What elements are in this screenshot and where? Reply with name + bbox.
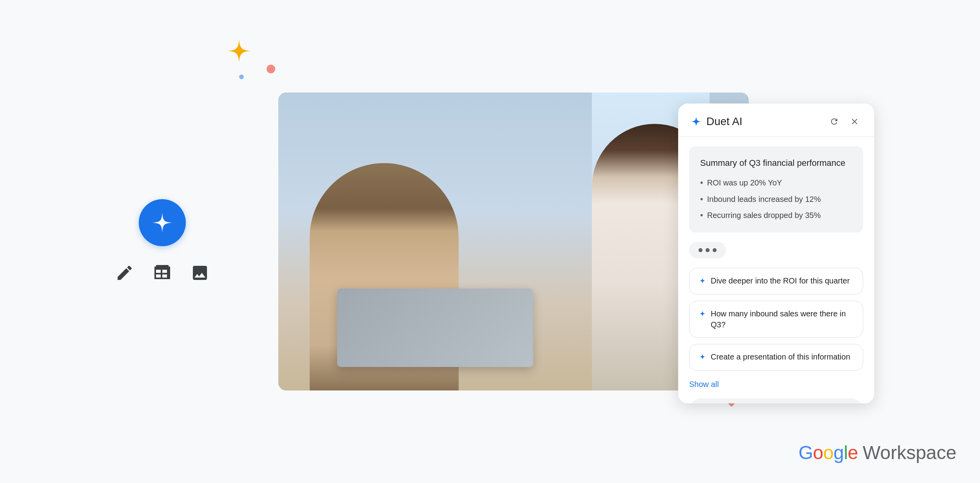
suggestion-text-3: Create a presentation of this informatio…	[711, 351, 850, 362]
summary-item-3: Recurring sales dropped by 35%	[700, 210, 852, 222]
sparkle-icon	[691, 116, 702, 127]
suggestion-text-2: How many inbound sales were there in Q3?	[711, 308, 853, 330]
message-input-container	[689, 398, 863, 403]
summary-item-1: ROI was up 20% YoY	[700, 177, 852, 189]
toolbar-icons	[114, 262, 211, 284]
decorative-star-gold	[227, 39, 251, 63]
laptop-area	[337, 289, 533, 367]
panel-body: Summary of Q3 financial performance ROI …	[678, 137, 874, 403]
google-letter-o2: o	[823, 442, 833, 463]
panel-title: Duet AI	[691, 115, 742, 128]
close-button[interactable]	[848, 114, 862, 129]
suggestion-chip-1[interactable]: Dive deeper into the ROI for this quarte…	[689, 268, 863, 294]
panel-header: Duet AI	[678, 104, 874, 137]
suggestion-text-1: Dive deeper into the ROI for this quarte…	[711, 275, 850, 286]
page-container: Duet AI	[0, 0, 980, 483]
google-workspace-logo: Google Workspace	[799, 442, 956, 463]
summary-list: ROI was up 20% YoY Inbound leads increas…	[700, 177, 852, 222]
summary-item-2: Inbound leads increased by 12%	[700, 194, 852, 205]
refresh-icon	[829, 117, 839, 126]
panel-actions	[827, 114, 862, 129]
table-icon-button[interactable]	[151, 262, 173, 284]
ai-circle-button[interactable]	[139, 199, 186, 246]
google-letter-g: G	[799, 442, 813, 463]
google-logo-text: Google	[799, 442, 858, 463]
chip-star-2	[699, 309, 706, 320]
panel-title-text: Duet AI	[706, 115, 742, 128]
thinking-dot-1	[699, 248, 702, 252]
summary-title: Summary of Q3 financial performance	[700, 157, 852, 169]
workspace-logo-text: Workspace	[863, 442, 956, 463]
suggestion-chip-3[interactable]: Create a presentation of this informatio…	[689, 344, 863, 370]
thinking-indicator	[689, 242, 726, 258]
edit-icon-button[interactable]	[114, 262, 136, 284]
google-letter-o1: o	[813, 442, 823, 463]
image-icon-button[interactable]	[189, 262, 211, 284]
suggestions-section: Dive deeper into the ROI for this quarte…	[689, 268, 863, 370]
thinking-dot-2	[706, 248, 710, 252]
chip-star-1	[699, 276, 706, 287]
google-letter-e: e	[848, 442, 858, 463]
suggestion-chip-2[interactable]: How many inbound sales were there in Q3?	[689, 301, 863, 338]
main-content: Duet AI	[137, 65, 843, 418]
summary-card: Summary of Q3 financial performance ROI …	[689, 146, 863, 232]
google-letter-l: l	[844, 442, 848, 463]
show-all-link[interactable]: Show all	[689, 380, 719, 389]
chip-star-3	[699, 352, 706, 363]
left-panel	[114, 199, 211, 284]
close-icon	[850, 117, 859, 126]
duet-ai-panel: Duet AI	[678, 104, 874, 403]
refresh-button[interactable]	[827, 114, 841, 129]
google-letter-g2: g	[833, 442, 844, 463]
thinking-dot-3	[713, 248, 717, 252]
